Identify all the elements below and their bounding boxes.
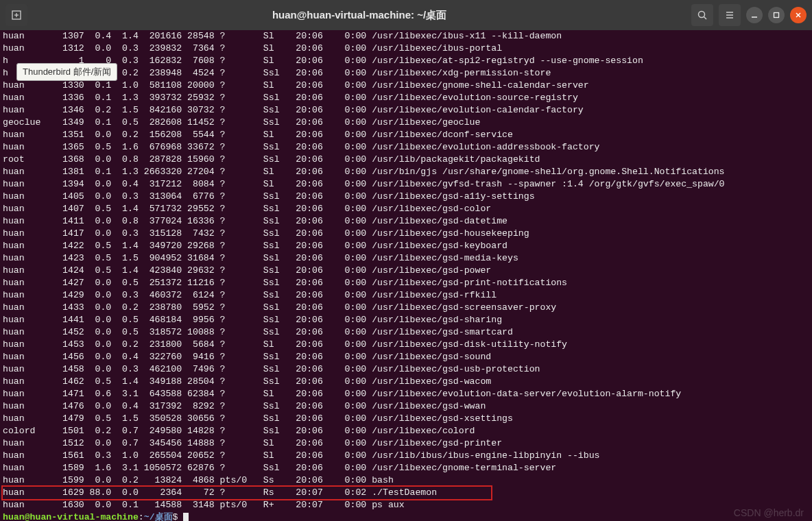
process-row: huan 1441 0.0 0.5 468184 9956 ? Ssl 20:0… xyxy=(3,314,809,326)
process-row: huan 1456 0.0 0.4 322760 9416 ? Ssl 20:0… xyxy=(3,351,809,363)
window-titlebar: huan@huan-virtual-machine: ~/桌面 xyxy=(0,0,812,30)
svg-point-3 xyxy=(699,12,705,18)
process-row: huan 1453 0.0 0.2 231800 5684 ? Sl 20:06… xyxy=(3,339,809,351)
process-row: huan 1561 0.3 1.0 265504 20652 ? Sl 20:0… xyxy=(3,450,809,462)
process-row: huan 1405 0.0 0.3 313064 6776 ? Ssl 20:0… xyxy=(3,191,809,203)
process-row: root 1368 0.0 0.8 287828 15960 ? Ssl 20:… xyxy=(3,154,809,166)
prompt-line[interactable]: huan@huan-virtual-machine:~/桌面$ xyxy=(3,511,809,521)
process-row: huan 1424 0.5 1.4 423840 29632 ? Ssl 20:… xyxy=(3,265,809,277)
process-row: huan 1394 0.0 0.4 317212 8084 ? Sl 20:06… xyxy=(3,178,809,191)
process-row: h 1 0 0.2 238948 4524 ? Ssl 20:06 0:00 /… xyxy=(3,67,809,80)
search-button[interactable] xyxy=(691,4,713,26)
process-row: huan 1365 0.5 1.6 676968 33672 ? Ssl 20:… xyxy=(3,141,809,154)
process-row: huan 1512 0.0 0.7 345456 14888 ? Sl 20:0… xyxy=(3,437,809,450)
process-row: huan 1336 0.1 1.3 393732 25932 ? Ssl 20:… xyxy=(3,92,809,104)
process-row: huan 1411 0.0 0.8 377024 16336 ? Ssl 20:… xyxy=(3,215,809,228)
process-row: huan 1427 0.0 0.5 251372 11216 ? Ssl 20:… xyxy=(3,277,809,289)
newtab-icon xyxy=(11,10,22,21)
maximize-button[interactable] xyxy=(768,7,785,23)
minimize-icon xyxy=(751,12,758,19)
process-row: huan 1471 0.6 3.1 643588 62384 ? Sl 20:0… xyxy=(3,388,809,400)
process-row: huan 1630 0.0 0.1 14588 3148 pts/0 R+ 20… xyxy=(3,499,809,511)
process-row: huan 1381 0.1 1.3 2663320 27204 ? Sl 20:… xyxy=(3,166,809,178)
process-row: huan 1462 0.5 1.4 349188 28504 ? Ssl 20:… xyxy=(3,376,809,388)
close-button[interactable] xyxy=(790,7,807,23)
process-row: huan 1452 0.0 0.5 318572 10088 ? Ssl 20:… xyxy=(3,326,809,339)
menu-button[interactable] xyxy=(719,4,741,26)
process-row: huan 1417 0.0 0.3 315128 7432 ? Ssl 20:0… xyxy=(3,228,809,240)
process-row: huan 1629 88.0 0.0 2364 72 ? Rs 20:07 0:… xyxy=(3,487,809,499)
process-row: huan 1307 0.4 1.4 201616 28548 ? Sl 20:0… xyxy=(3,30,809,43)
process-row: huan 1351 0.0 0.2 156208 5544 ? Sl 20:06… xyxy=(3,129,809,141)
process-row: huan 1476 0.0 0.4 317392 8292 ? Ssl 20:0… xyxy=(3,400,809,413)
new-tab-button[interactable] xyxy=(5,4,27,26)
process-row: huan 1422 0.5 1.4 349720 29268 ? Ssl 20:… xyxy=(3,240,809,252)
svg-rect-9 xyxy=(774,13,779,18)
terminal-output[interactable]: huan 1307 0.4 1.4 201616 28548 ? Sl 20:0… xyxy=(0,30,812,521)
window-title: huan@huan-virtual-machine: ~/桌面 xyxy=(32,9,687,22)
process-row: huan 1312 0.0 0.3 239832 7364 ? Sl 20:06… xyxy=(3,43,809,55)
search-icon xyxy=(697,10,708,21)
process-row: huan 1589 1.6 3.1 1050572 62876 ? Ssl 20… xyxy=(3,462,809,474)
process-row: huan 1423 0.5 1.5 904952 31684 ? Ssl 20:… xyxy=(3,252,809,265)
tooltip: Thunderbird 邮件/新闻 xyxy=(16,63,117,81)
menu-icon xyxy=(724,10,735,21)
close-icon xyxy=(795,12,802,19)
prompt-path: ~/桌面 xyxy=(144,512,173,521)
process-row: huan 1407 0.5 1.4 571732 29552 ? Ssl 20:… xyxy=(3,203,809,215)
minimize-button[interactable] xyxy=(746,7,763,23)
process-row: h 1 0 0.3 162832 7608 ? Sl 20:06 0:00 /u… xyxy=(3,55,809,67)
process-row: huan 1346 0.2 1.5 842160 30732 ? Ssl 20:… xyxy=(3,104,809,117)
process-row: huan 1433 0.0 0.2 238780 5952 ? Ssl 20:0… xyxy=(3,302,809,314)
process-row: huan 1429 0.0 0.3 460372 6124 ? Ssl 20:0… xyxy=(3,289,809,302)
watermark: CSDN @herb.dr xyxy=(734,507,804,518)
process-row: huan 1599 0.0 0.2 13824 4868 pts/0 Ss 20… xyxy=(3,474,809,487)
process-row: huan 1479 0.5 1.5 350528 30656 ? Ssl 20:… xyxy=(3,413,809,425)
process-row: huan 1330 0.1 1.0 581108 20000 ? Sl 20:0… xyxy=(3,80,809,92)
prompt-userhost: huan@huan-virtual-machine xyxy=(3,512,139,521)
process-row: huan 1458 0.0 0.3 462100 7496 ? Ssl 20:0… xyxy=(3,363,809,376)
svg-line-4 xyxy=(704,17,707,20)
process-row: colord 1501 0.2 0.7 249580 14828 ? Ssl 2… xyxy=(3,425,809,437)
process-row: geoclue 1349 0.1 0.5 282608 11452 ? Ssl … xyxy=(3,117,809,129)
maximize-icon xyxy=(773,12,780,19)
cursor xyxy=(183,513,189,521)
